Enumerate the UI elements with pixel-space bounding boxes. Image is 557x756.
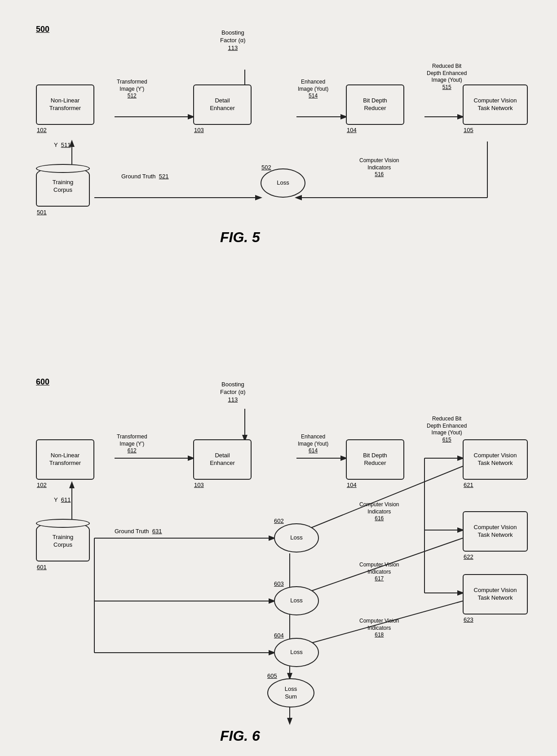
- fig5-boosting-label: Boosting Factor (α) 113: [220, 29, 246, 52]
- fig6-reduced-bit-label: Reduced Bit Depth Enhanced Image (Yout) …: [427, 416, 467, 443]
- fig6-ref-102: 102: [37, 482, 47, 489]
- fig6-loss-603: Loss: [274, 586, 319, 615]
- page: 500 Training: [0, 0, 557, 756]
- fig5-ref-105: 105: [464, 127, 473, 134]
- fig6-cv-task-network-621: Computer Vision Task Network: [463, 439, 528, 480]
- fig6-detail-enhancer: Detail Enhancer: [193, 439, 252, 480]
- fig6-cv-indicators-616-label: Computer Vision Indicators 616: [359, 501, 399, 522]
- fig6-bit-depth-reducer: Bit Depth Reducer: [346, 439, 404, 480]
- fig6-ref-621: 621: [464, 482, 473, 489]
- fig5-non-linear-transformer: Non-Linear Transformer: [36, 84, 94, 125]
- fig6-section-num: 600: [36, 377, 49, 387]
- fig6-ref-605: 605: [267, 672, 277, 680]
- fig6-ref-602: 602: [274, 517, 284, 525]
- fig6-enhanced-label: Enhanced Image (Yout) 614: [298, 433, 328, 455]
- fig6-ground-truth-label: Ground Truth 631: [115, 528, 162, 535]
- fig6-ref-604: 604: [274, 632, 284, 640]
- fig6-transformed-label: Transformed Image (Y') 612: [117, 433, 147, 455]
- fig6-corpus-top: [36, 519, 90, 528]
- fig5-ref-102: 102: [37, 127, 47, 134]
- fig5-bit-depth-reducer: Bit Depth Reducer: [346, 84, 404, 125]
- fig6-ref-622: 622: [464, 553, 473, 561]
- fig6-ref-103: 103: [194, 482, 204, 489]
- fig6-cv-indicators-617-label: Computer Vision Indicators 617: [359, 561, 399, 583]
- fig5-reduced-bit-label: Reduced Bit Depth Enhanced Image (Yout) …: [427, 63, 467, 91]
- fig6-section: 600: [0, 368, 557, 750]
- fig5-transformed-label: Transformed Image (Y') 512: [117, 79, 147, 100]
- fig5-enhanced-label: Enhanced Image (Yout) 514: [298, 79, 328, 100]
- fig5-ref-502: 502: [261, 164, 271, 172]
- fig5-section: 500 Training: [0, 13, 557, 364]
- fig5-ground-truth-label: Ground Truth 521: [121, 173, 169, 181]
- fig5-label: FIG. 5: [220, 229, 260, 246]
- fig6-cv-task-network-623: Computer Vision Task Network: [463, 574, 528, 615]
- fig5-ref-501: 501: [37, 209, 47, 217]
- fig6-ref-603: 603: [274, 580, 284, 588]
- fig6-label: FIG. 6: [220, 728, 260, 744]
- fig6-loss-604: Loss: [274, 638, 319, 667]
- fig5-section-num: 500: [36, 25, 49, 34]
- fig6-loss-602: Loss: [274, 523, 319, 553]
- fig5-ref-104: 104: [347, 127, 357, 134]
- fig5-cv-task-network: Computer Vision Task Network: [463, 84, 528, 125]
- fig5-detail-enhancer: Detail Enhancer: [193, 84, 252, 125]
- fig6-y611-label: Y 611: [54, 496, 71, 504]
- fig5-y511-label: Y 511: [54, 141, 71, 149]
- fig6-boosting-label: Boosting Factor (α) 113: [220, 381, 246, 404]
- fig6-non-linear-transformer: Non-Linear Transformer: [36, 439, 94, 480]
- fig6-ref-104: 104: [347, 482, 357, 489]
- fig5-loss: Loss: [261, 168, 305, 198]
- fig6-loss-sum: Loss Sum: [267, 678, 314, 707]
- fig5-cv-indicators-label: Computer Vision Indicators 516: [359, 157, 399, 178]
- fig6-cv-task-network-622: Computer Vision Task Network: [463, 511, 528, 552]
- fig5-ref-103: 103: [194, 127, 204, 134]
- fig5-corpus-top: [36, 164, 90, 173]
- fig6-ref-601: 601: [37, 564, 47, 571]
- fig6-ref-623: 623: [464, 616, 473, 624]
- fig6-cv-indicators-618-label: Computer Vision Indicators 618: [359, 618, 399, 639]
